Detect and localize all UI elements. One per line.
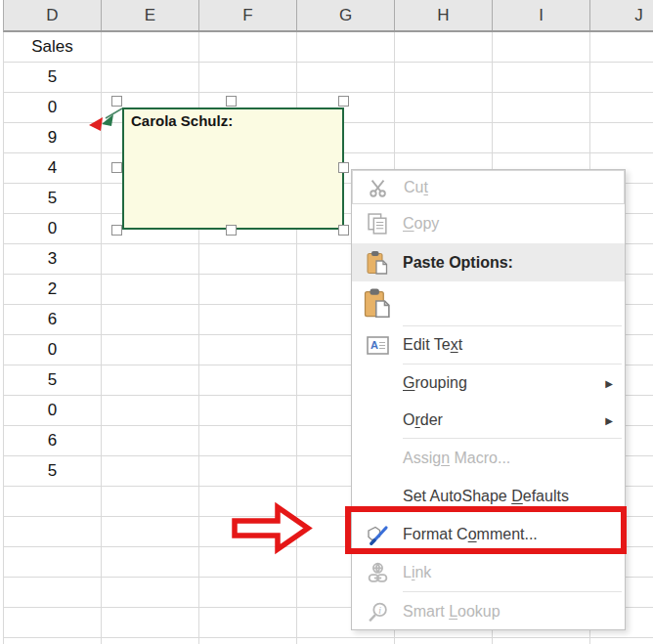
grid-cell[interactable] xyxy=(102,608,199,638)
grid-cell[interactable] xyxy=(102,426,199,456)
grid-cell[interactable] xyxy=(102,578,199,608)
grid-cell[interactable]: 6 xyxy=(4,426,102,456)
grid-cell[interactable] xyxy=(199,426,297,456)
grid-cell[interactable] xyxy=(4,638,102,644)
comment-resize-handle-middle-right[interactable] xyxy=(338,162,349,173)
comment-resize-handle-top-left[interactable] xyxy=(111,96,122,107)
menu-item-label: Grouping xyxy=(403,374,467,392)
grid-cell[interactable] xyxy=(297,638,395,644)
column-header-i[interactable]: I xyxy=(493,0,590,30)
grid-cell[interactable]: 3 xyxy=(4,244,102,275)
menu-label-post: der xyxy=(420,411,443,428)
grid-cell[interactable] xyxy=(199,244,297,275)
grid-cell[interactable] xyxy=(590,93,653,123)
menu-item-link[interactable]: Link xyxy=(352,554,625,591)
grid-cell[interactable] xyxy=(102,517,199,547)
grid-cell[interactable] xyxy=(590,63,653,93)
grid-cell[interactable]: 5 xyxy=(4,184,102,214)
grid-cell[interactable] xyxy=(493,93,590,123)
grid-cell[interactable] xyxy=(102,487,199,517)
grid-cell[interactable] xyxy=(590,638,653,644)
grid-cell[interactable] xyxy=(102,63,199,93)
grid-cell[interactable]: 0 xyxy=(4,214,102,244)
grid-cell[interactable] xyxy=(102,547,199,578)
grid-cell[interactable] xyxy=(493,123,590,153)
comment-resize-handle-middle-left[interactable] xyxy=(111,162,122,173)
grid-cell[interactable] xyxy=(4,608,102,638)
menu-item-order[interactable]: Order▶ xyxy=(352,402,625,438)
comment-resize-handle-top-middle[interactable] xyxy=(226,96,237,107)
comment-resize-handle-bottom-middle[interactable] xyxy=(226,225,237,236)
grid-cell[interactable]: 5 xyxy=(4,365,102,396)
grid-cell[interactable]: 4 xyxy=(4,153,102,184)
grid-cell[interactable] xyxy=(199,32,297,63)
menu-item-label: Set AutoShape Defaults xyxy=(403,488,569,505)
grid-cell[interactable] xyxy=(102,32,199,63)
grid-cell[interactable] xyxy=(102,396,199,426)
column-header-j[interactable]: J xyxy=(590,0,653,30)
grid-cell[interactable] xyxy=(493,32,590,63)
grid-cell[interactable]: 0 xyxy=(4,335,102,365)
grid-cell[interactable] xyxy=(199,305,297,335)
column-header-e[interactable]: E xyxy=(102,0,199,30)
link-icon xyxy=(352,562,403,584)
paste-button-row[interactable] xyxy=(352,281,625,325)
grid-cell[interactable] xyxy=(102,275,199,305)
grid-cell[interactable] xyxy=(199,456,297,487)
column-header-f[interactable]: F xyxy=(199,0,297,30)
grid-cell[interactable] xyxy=(199,275,297,305)
menu-label-key: L xyxy=(449,603,457,620)
grid-cell[interactable] xyxy=(590,32,653,63)
grid-cell[interactable]: 5 xyxy=(4,456,102,487)
menu-item-grouping[interactable]: Grouping▶ xyxy=(352,365,625,402)
grid-cell[interactable] xyxy=(199,63,297,93)
grid-cell[interactable] xyxy=(395,123,493,153)
grid-cell[interactable]: 2 xyxy=(4,275,102,305)
grid-cell[interactable] xyxy=(4,517,102,547)
grid-cell[interactable] xyxy=(102,638,199,644)
grid-cell[interactable] xyxy=(199,578,297,608)
grid-cell[interactable] xyxy=(590,123,653,153)
grid-cell[interactable] xyxy=(395,638,493,644)
grid-cell[interactable]: Sales xyxy=(4,32,102,63)
grid-cell[interactable]: 6 xyxy=(4,305,102,335)
grid-cell[interactable] xyxy=(102,456,199,487)
column-header-d[interactable]: D xyxy=(4,0,102,30)
grid-cell[interactable] xyxy=(102,305,199,335)
menu-item-edit-text[interactable]: AEdit Text xyxy=(352,326,625,364)
menu-item-paste-options[interactable]: Paste Options: xyxy=(352,243,625,281)
grid-cell[interactable] xyxy=(395,93,493,123)
grid-cell[interactable] xyxy=(4,547,102,578)
grid-cell[interactable] xyxy=(102,335,199,365)
column-header-h[interactable]: H xyxy=(395,0,493,30)
grid-cell[interactable] xyxy=(102,365,199,396)
menu-item-cut[interactable]: Cut xyxy=(352,170,625,204)
grid-cell[interactable] xyxy=(199,396,297,426)
grid-cell[interactable]: 5 xyxy=(4,63,102,93)
menu-item-assign-macro[interactable]: Assign Macro... xyxy=(352,439,625,478)
grid-cell[interactable] xyxy=(199,638,297,644)
column-header-g[interactable]: G xyxy=(297,0,395,30)
grid-cell[interactable] xyxy=(395,63,493,93)
grid-cell[interactable] xyxy=(297,32,395,63)
grid-cell[interactable] xyxy=(4,578,102,608)
comment-resize-handle-bottom-left[interactable] xyxy=(111,225,122,236)
grid-cell[interactable] xyxy=(199,365,297,396)
connector-arrowhead-icon xyxy=(102,114,113,126)
grid-cell[interactable] xyxy=(199,608,297,638)
svg-text:A: A xyxy=(370,339,378,351)
grid-cell[interactable] xyxy=(493,63,590,93)
grid-cell[interactable] xyxy=(4,487,102,517)
menu-item-smart-lookup[interactable]: iSmart Lookup xyxy=(352,592,625,630)
menu-label-key: G xyxy=(403,374,414,391)
grid-cell[interactable] xyxy=(199,335,297,365)
grid-cell[interactable]: 0 xyxy=(4,396,102,426)
comment-box[interactable]: Carola Schulz: xyxy=(122,107,344,230)
comment-resize-handle-top-right[interactable] xyxy=(338,96,349,107)
grid-cell[interactable] xyxy=(395,32,493,63)
menu-item-copy[interactable]: Copy xyxy=(352,204,625,243)
grid-cell[interactable] xyxy=(297,63,395,93)
comment-resize-handle-bottom-right[interactable] xyxy=(338,225,349,236)
grid-cell[interactable] xyxy=(493,638,590,644)
grid-cell[interactable] xyxy=(102,244,199,275)
